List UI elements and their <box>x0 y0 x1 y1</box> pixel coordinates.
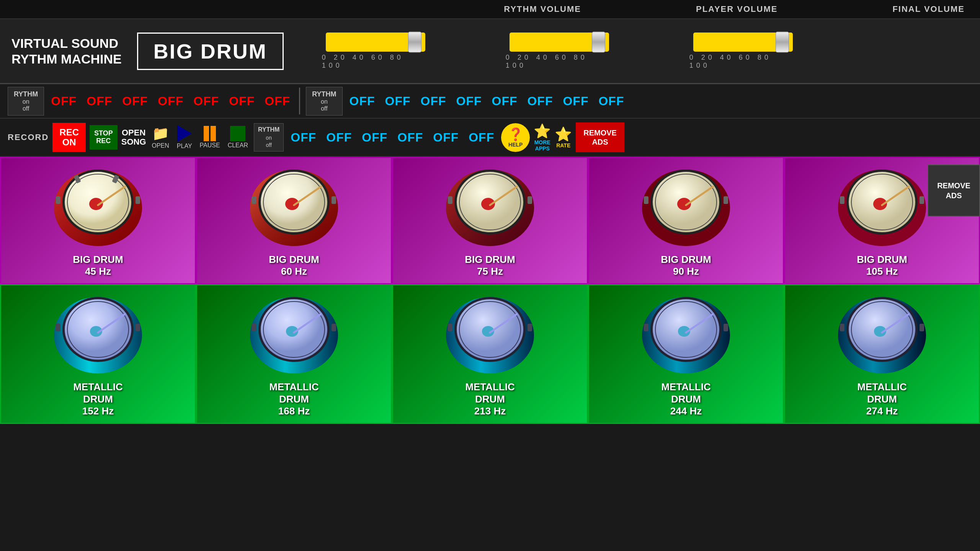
metallic-drum-svg-1 <box>48 291 148 379</box>
ctrl-off-blue-1[interactable]: OFF <box>287 130 319 145</box>
big-drum-pad-1[interactable]: BIG DRUM 45 Hz <box>0 157 196 284</box>
more-apps-label: MOREAPPS <box>534 139 550 152</box>
metallic-drum-label-1: METALLIC DRUM 152 Hz <box>73 381 123 417</box>
metallic-drum-pad-3[interactable]: METALLIC DRUM 213 Hz <box>392 284 588 424</box>
metallic-drum-pad-5[interactable]: METALLIC DRUM 274 Hz <box>784 284 980 424</box>
pause-button[interactable]: PAUSE <box>198 124 222 151</box>
rhythm-off-btn-6[interactable]: OFF <box>226 94 258 108</box>
final-volume-track[interactable] <box>693 33 793 52</box>
svg-rect-20 <box>252 196 256 204</box>
rate-label: RATE <box>556 142 570 148</box>
ctrl-off-blue-5[interactable]: OFF <box>430 130 462 145</box>
big-drum-svg-1 <box>48 164 148 252</box>
metallic-drum-label-4: METALLIC DRUM 244 Hz <box>661 381 711 417</box>
ctrl-off-blue-2[interactable]: OFF <box>323 130 355 145</box>
metallic-drum-pad-1[interactable]: METALLIC DRUM 152 Hz <box>0 284 196 424</box>
metallic-drum-pad-2[interactable]: METALLIC DRUM 168 Hz <box>196 284 392 424</box>
play-icon <box>177 125 192 142</box>
rhythm-off-btn-3[interactable]: OFF <box>119 94 151 108</box>
rythm-volume-label: RYTHM VOLUME <box>504 4 581 14</box>
player-volume-label: PLAYER VOLUME <box>696 4 777 14</box>
player-volume-track[interactable] <box>510 33 609 52</box>
svg-rect-57 <box>136 324 140 331</box>
rythm-label-2b: on <box>312 98 336 105</box>
rhythm-off-btn-7[interactable]: OFF <box>261 94 293 108</box>
metallic-drum-svg-3 <box>440 291 540 379</box>
final-volume-thumb[interactable] <box>776 32 789 53</box>
metallic-drum-svg-2 <box>244 291 344 379</box>
remove-ads-overlay[interactable]: REMOVE ADS <box>928 165 980 217</box>
rythm-volume-marks: 0 20 40 60 80 100 <box>322 54 429 70</box>
rec-on-text: RECON <box>59 127 79 148</box>
svg-rect-8 <box>56 196 60 204</box>
svg-rect-49 <box>920 196 924 204</box>
rythm-label-1c: off <box>14 105 38 112</box>
big-drum-label-3: BIG DRUM 75 Hz <box>465 254 515 277</box>
rhythm-off-blue-2[interactable]: OFF <box>382 94 414 108</box>
help-button[interactable]: ❓ HELP <box>501 123 530 152</box>
remove-ads-text: REMOVEADS <box>583 129 617 146</box>
play-button[interactable]: PLAY <box>175 123 194 152</box>
rhythm-off-btn-4[interactable]: OFF <box>155 94 186 108</box>
rythm-ctrl-line2: on <box>258 134 279 142</box>
rhythm-off-blue-3[interactable]: OFF <box>418 94 449 108</box>
app-title: VIRTUAL SOUND RYTHM MACHINE <box>11 36 122 67</box>
ctrl-off-blue-4[interactable]: OFF <box>394 130 426 145</box>
remove-ads-button[interactable]: REMOVEADS <box>576 122 624 152</box>
rhythm-off-blue-1[interactable]: OFF <box>346 94 378 108</box>
rythm-toggle-2[interactable]: RYTHM on off <box>306 87 342 116</box>
metallic-drum-pad-4[interactable]: METALLIC DRUM 244 Hz <box>588 284 784 424</box>
top-bar: RYTHM VOLUME PLAYER VOLUME FINAL VOLUME <box>0 0 980 19</box>
rhythm-off-btn-1[interactable]: OFF <box>48 94 80 108</box>
big-drum-pad-2[interactable]: BIG DRUM 60 Hz <box>196 157 392 284</box>
big-drum-pad-4[interactable]: BIG DRUM 90 Hz <box>588 157 784 284</box>
help-label: HELP <box>508 142 523 148</box>
final-volume-slider[interactable]: 0 20 40 60 80 100 <box>689 33 797 70</box>
open-button[interactable]: 📁 OPEN <box>150 124 171 151</box>
more-apps-button[interactable]: ⭐ MOREAPPS <box>534 123 551 152</box>
clear-label: CLEAR <box>228 142 248 149</box>
remove-ads-overlay-text: REMOVE ADS <box>928 181 979 201</box>
rythm-volume-thumb[interactable] <box>408 32 421 53</box>
rhythm-off-blue-7[interactable]: OFF <box>560 94 591 108</box>
svg-rect-72 <box>448 324 452 331</box>
rhythm-off-blue-8[interactable]: OFF <box>595 94 627 108</box>
player-volume-slider[interactable]: 0 20 40 60 80 100 <box>506 33 613 70</box>
svg-rect-88 <box>840 324 844 331</box>
svg-rect-73 <box>528 324 532 331</box>
rythm-volume-track[interactable] <box>326 33 425 52</box>
player-volume-thumb[interactable] <box>592 32 605 53</box>
rhythm-off-blue-5[interactable]: OFF <box>488 94 520 108</box>
ctrl-off-blue-3[interactable]: OFF <box>359 130 390 145</box>
open-label: OPEN <box>152 142 169 149</box>
rhythm-off-blue-4[interactable]: OFF <box>453 94 485 108</box>
player-volume-marks: 0 20 40 60 80 100 <box>506 54 613 70</box>
big-drum-logo-text: BIG DRUM <box>154 40 267 63</box>
stop-button[interactable]: CLEAR <box>226 124 250 151</box>
rythm-toggle-1[interactable]: RYTHM on off <box>8 87 44 116</box>
rate-button[interactable]: ⭐ RATE <box>555 126 572 148</box>
svg-rect-21 <box>332 196 336 204</box>
rhythm-off-btn-2[interactable]: OFF <box>83 94 115 108</box>
metallic-drum-svg-5 <box>832 291 932 379</box>
big-drum-pad-3[interactable]: BIG DRUM 75 Hz <box>392 157 588 284</box>
folder-icon: 📁 <box>152 126 169 142</box>
open-song-button[interactable]: OPENSONG <box>121 128 146 147</box>
rhythm-off-blue-6[interactable]: OFF <box>524 94 556 108</box>
rythm-label-1a: RYTHM <box>14 90 38 98</box>
big-drum-svg-4 <box>636 164 736 252</box>
big-drum-label-2: BIG DRUM 60 Hz <box>269 254 319 277</box>
rythm-toggle-control[interactable]: RYTHM on off <box>254 123 284 152</box>
more-apps-icon: ⭐ <box>534 123 551 139</box>
svg-rect-80 <box>644 324 648 331</box>
big-drum-svg-3 <box>440 164 540 252</box>
ctrl-off-blue-6[interactable]: OFF <box>466 130 497 145</box>
rhythm-off-btn-5[interactable]: OFF <box>190 94 222 108</box>
rec-on-button[interactable]: RECON <box>52 123 86 152</box>
stop-rec-button[interactable]: STOPREC <box>90 125 118 150</box>
rythm-label-2c: off <box>312 105 336 112</box>
metallic-drum-row: METALLIC DRUM 152 Hz <box>0 284 980 424</box>
big-drum-label-1: BIG DRUM 45 Hz <box>73 254 123 277</box>
svg-rect-89 <box>920 324 924 331</box>
rythm-volume-slider[interactable]: 0 20 40 60 80 100 <box>322 33 429 70</box>
